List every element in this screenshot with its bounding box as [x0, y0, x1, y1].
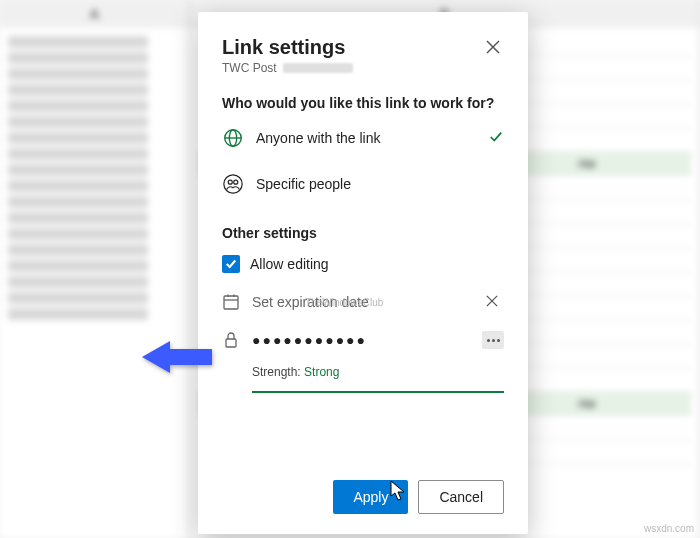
expiration-placeholder: Set expiration date: [252, 294, 474, 310]
password-field[interactable]: ●●●●●●●●●●●: [252, 332, 470, 348]
check-icon: [225, 258, 237, 270]
password-row[interactable]: ●●●●●●●●●●●: [222, 325, 504, 355]
checkmark-icon: [488, 130, 504, 147]
toggle-password-visibility-button[interactable]: [482, 331, 504, 349]
option-anyone-with-link[interactable]: Anyone with the link: [222, 119, 504, 157]
column-header-a: A: [0, 0, 190, 28]
other-settings-heading: Other settings: [222, 225, 504, 241]
strength-label: Strength:: [252, 365, 301, 379]
option-specific-people[interactable]: Specific people: [222, 165, 504, 203]
dialog-title: Link settings: [222, 36, 353, 59]
allow-editing-checkbox[interactable]: [222, 255, 240, 273]
people-icon: [222, 173, 244, 195]
cell-fragment: rite: [578, 396, 596, 411]
apply-button[interactable]: Apply: [333, 480, 408, 514]
globe-icon: [222, 127, 244, 149]
share-scope-question: Who would you like this link to work for…: [222, 95, 504, 111]
strength-value: Strong: [304, 365, 339, 379]
dialog-subtitle-redacted: [283, 63, 353, 73]
link-settings-dialog: Link settings TWC Post Who would you lik…: [198, 12, 528, 534]
svg-point-6: [228, 180, 232, 184]
svg-rect-14: [226, 339, 236, 347]
expiration-date-row[interactable]: Set expiration date: [222, 287, 504, 317]
svg-point-7: [234, 180, 238, 184]
option-anyone-label: Anyone with the link: [256, 130, 476, 146]
lock-icon: [222, 331, 240, 349]
cancel-button[interactable]: Cancel: [418, 480, 504, 514]
close-icon: [486, 40, 500, 54]
password-strength-row: Strength: Strong: [222, 365, 504, 379]
allow-editing-label: Allow editing: [250, 256, 329, 272]
close-button[interactable]: [482, 36, 504, 62]
svg-point-5: [224, 175, 242, 193]
dialog-subtitle-prefix: TWC Post: [222, 61, 277, 75]
allow-editing-row[interactable]: Allow editing: [222, 249, 504, 279]
svg-rect-8: [224, 296, 238, 309]
cell-fragment: rite: [578, 156, 596, 171]
option-specific-label: Specific people: [256, 176, 504, 192]
strength-bar: [252, 391, 504, 393]
calendar-icon: [222, 293, 240, 311]
clear-expiration-button[interactable]: [486, 293, 504, 311]
